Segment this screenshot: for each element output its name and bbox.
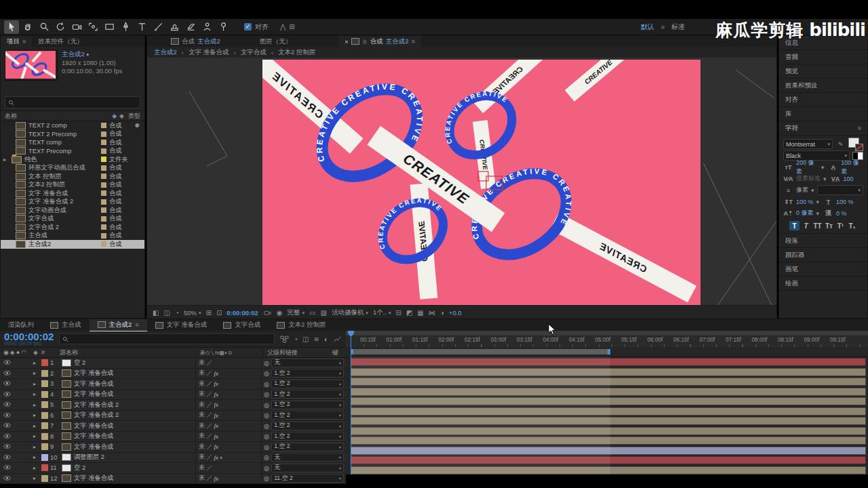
exposure-icon[interactable]: ◑	[440, 309, 444, 317]
fx-switch-icon[interactable]: fx	[214, 443, 219, 450]
expand-arrow-icon[interactable]: ▸	[33, 423, 41, 429]
tool-stamp[interactable]	[167, 20, 182, 34]
project-item[interactable]: 文本 控制层合成	[1, 172, 144, 181]
fx-switch-icon[interactable]: fx	[214, 401, 219, 408]
layer-visibility-toggle[interactable]	[0, 464, 33, 471]
quality-switch-icon[interactable]: ／	[206, 401, 212, 409]
label-column-icon[interactable]: ◈	[119, 113, 124, 119]
font-family-select[interactable]: Montserrat▾	[783, 139, 833, 149]
viewer-timecode[interactable]: 0:00:00:02	[226, 309, 258, 317]
current-time-display[interactable]: 0:00:00:02 00002 (30.00 fps)	[4, 333, 54, 346]
parent-dropdown[interactable]: 无▾	[271, 359, 344, 367]
label-color-chip[interactable]	[41, 380, 48, 387]
quality-switch-icon[interactable]: ／	[206, 411, 212, 420]
quality-switch-icon[interactable]: ／	[206, 422, 212, 430]
resolution-dropdown[interactable]: 完整▾	[287, 308, 304, 317]
label-color-chip[interactable]	[41, 412, 48, 419]
workspace-menu-icon[interactable]: ≡	[661, 24, 665, 30]
collapse-switch-icon[interactable]: 耒	[199, 390, 205, 399]
pickwhip-icon[interactable]: ◎	[264, 443, 269, 451]
layer-duration-bar[interactable]	[351, 407, 866, 415]
column-name[interactable]: 名称	[5, 112, 112, 121]
layer-visibility-toggle[interactable]	[0, 454, 33, 461]
layer-name[interactable]: 文字 准备合成 2	[74, 401, 195, 409]
expand-arrow-icon[interactable]: ▸	[33, 391, 41, 397]
pickwhip-icon[interactable]: ◎	[264, 464, 269, 472]
layer-visibility-toggle[interactable]	[0, 380, 33, 387]
show-channel-icon[interactable]: ◉	[277, 309, 283, 317]
timeline-tab-文字 准备合成[interactable]: 文字 准备合成	[147, 319, 216, 331]
expand-arrow-icon[interactable]: ▸	[33, 454, 41, 460]
panel-tab-库[interactable]: 库	[779, 107, 867, 121]
panel-tab-画笔[interactable]: 画笔	[779, 262, 867, 277]
layer-switches[interactable]: 耒／fx	[195, 411, 262, 421]
project-item[interactable]: 文字 准备合成合成	[1, 189, 144, 198]
quality-switch-icon[interactable]: ／	[206, 443, 212, 451]
panel-tab-段落[interactable]: 段落	[779, 234, 867, 248]
layer-visibility-toggle[interactable]	[0, 391, 33, 398]
project-item[interactable]: 主合成合成	[1, 232, 144, 241]
quality-switch-icon[interactable]: ／	[206, 474, 212, 483]
motion-blur-icon[interactable]: ◐	[324, 336, 328, 343]
parent-dropdown[interactable]: 11.空 2▾	[271, 474, 344, 483]
expand-arrow-icon[interactable]: ▸	[33, 360, 41, 366]
collapse-switch-icon[interactable]: 耒	[199, 411, 205, 420]
layer-switches[interactable]: 耒／fx	[195, 432, 262, 442]
layer-duration-bar[interactable]	[351, 427, 866, 435]
parent-dropdown[interactable]: 无▾	[271, 453, 344, 462]
tool-pan-behind[interactable]	[85, 20, 100, 34]
quality-switch-icon[interactable]: ／	[206, 390, 212, 399]
project-item[interactable]: 文字动画合成合成	[1, 206, 144, 215]
mini-flowchart-icon[interactable]	[280, 336, 289, 343]
layer-visibility-toggle[interactable]	[0, 359, 33, 366]
tool-brush[interactable]	[151, 20, 165, 34]
layer-visibility-toggle[interactable]	[0, 412, 33, 419]
breadcrumb-item[interactable]: 文字 准备合成	[189, 48, 229, 57]
parent-dropdown[interactable]: 1.空 2▾	[271, 411, 344, 420]
comp-thumbnail[interactable]	[5, 50, 58, 81]
quality-switch-icon[interactable]: ／	[206, 432, 212, 441]
kerning-value[interactable]: 度量标准	[796, 174, 821, 183]
panel-character-header[interactable]: 字符≡	[779, 121, 867, 136]
layer-name[interactable]: 文字 准备合成	[74, 422, 195, 430]
main-viewer-icon[interactable]: ◫	[163, 309, 170, 317]
eyedropper-icon[interactable]: ✎	[835, 141, 846, 148]
dropdown-icon[interactable]: ▾	[816, 199, 820, 205]
pickwhip-icon[interactable]: ◎	[264, 359, 269, 367]
parent-dropdown[interactable]: 1.空 2▾	[271, 432, 344, 441]
project-search-input[interactable]	[5, 96, 140, 108]
tool-zoom[interactable]	[37, 20, 52, 34]
faux-style-button-0[interactable]: T	[789, 221, 800, 230]
quality-switch-icon[interactable]: ／	[206, 464, 212, 472]
baseline-shift-value[interactable]: 0 像素	[796, 209, 814, 218]
timeline-search-input[interactable]	[59, 333, 275, 344]
layer-switches[interactable]: 耒／fx	[195, 379, 262, 389]
grid-guides-icon[interactable]: ⊞	[205, 309, 211, 317]
composition-view[interactable]: CREATIVE CREATIVE CREATIVE CREATIVE CREA…	[262, 60, 701, 305]
pickwhip-icon[interactable]: ◎	[264, 411, 269, 419]
panel-tab-效果和预设[interactable]: 效果和预设	[779, 79, 867, 93]
collapse-switch-icon[interactable]: 耒	[199, 369, 205, 378]
stroke-unit[interactable]: 像素	[796, 186, 808, 195]
timeline-button-icon[interactable]: ▦	[417, 309, 423, 317]
fx-switch-icon[interactable]: fx	[214, 391, 219, 398]
dropdown-icon[interactable]: ▾	[821, 164, 825, 171]
layer-row[interactable]: ▸8文字 准备合成耒／fx◎1.空 2▾	[0, 432, 346, 443]
layer-switches[interactable]: 耒／fx	[195, 421, 262, 431]
layer-visibility-toggle[interactable]	[0, 475, 33, 482]
layer-duration-bar[interactable]	[351, 397, 866, 405]
tab-comp-active[interactable]: × 合成 主合成2 ≡	[338, 36, 421, 47]
horizontal-scale-value[interactable]: 100 %	[836, 199, 854, 205]
layer-switches[interactable]: 耒／fx	[195, 400, 262, 410]
parent-dropdown[interactable]: 1.空 2▾	[271, 401, 344, 409]
layer-visibility-toggle[interactable]	[0, 401, 33, 408]
layer-row[interactable]: ▸12文字 准备合成耒／fx◎11.空 2▾	[0, 474, 346, 485]
mask-visibility-icon[interactable]: ⊡	[216, 309, 222, 317]
expand-arrow-icon[interactable]: ▸	[33, 465, 41, 471]
fx-switch-icon[interactable]: fx	[214, 454, 219, 461]
layer-name[interactable]: 空 2	[74, 464, 195, 472]
pickwhip-icon[interactable]: ◎	[264, 453, 269, 461]
layer-name[interactable]: 空 2	[74, 359, 195, 367]
project-item[interactable]: 主合成2合成	[1, 240, 144, 249]
label-color-chip[interactable]	[41, 443, 48, 450]
